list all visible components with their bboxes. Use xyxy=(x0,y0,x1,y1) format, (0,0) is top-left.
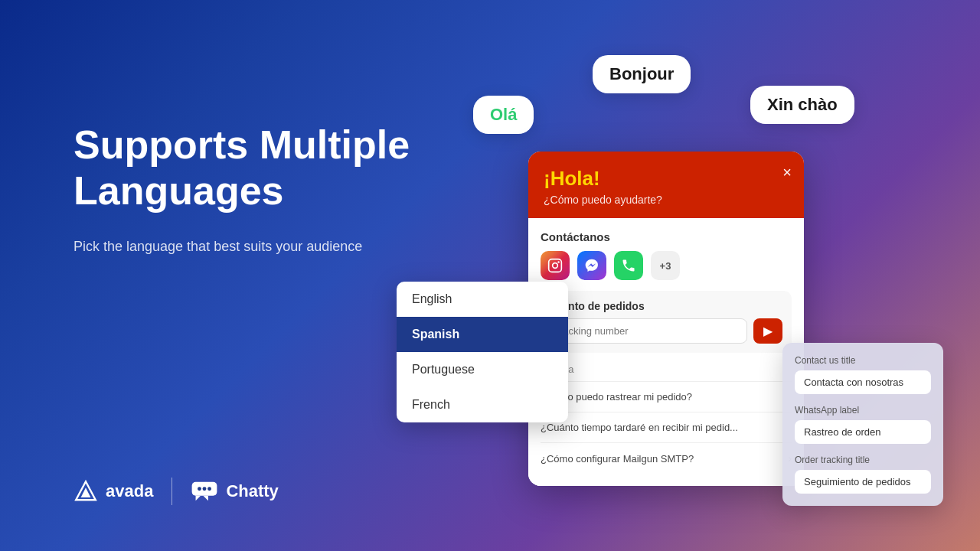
help-label: r ayuda xyxy=(541,364,792,375)
chat-widget: ¡Hola! ¿Cómo puedo ayudarte? × Contáctan… xyxy=(528,152,804,486)
setting-group-3: Order tracking title Seguimiento de pedi… xyxy=(795,455,931,494)
contact-title: Contáctanos xyxy=(541,230,792,243)
more-icon[interactable]: +3 xyxy=(651,251,680,280)
close-button[interactable]: × xyxy=(782,164,792,181)
setting-label-3: Order tracking title xyxy=(795,455,931,465)
setting-label-2: WhatsApp label xyxy=(795,405,931,416)
faq-item-2[interactable]: ¿Cuánto tiempo tardaré en recibir mi ped… xyxy=(541,412,792,442)
branding: avada Chatty xyxy=(74,478,279,505)
svg-point-8 xyxy=(557,261,560,263)
tracking-section: miento de pedidos ▶ xyxy=(541,291,792,353)
bubble-xinchao: Xin chào xyxy=(750,86,854,124)
messenger-icon[interactable] xyxy=(577,251,606,280)
instagram-icon[interactable] xyxy=(541,251,570,280)
setting-group-1: Contact us title Contacta con nosotras xyxy=(795,355,931,394)
tracking-input[interactable] xyxy=(550,318,747,344)
avada-icon xyxy=(74,479,98,504)
setting-value-2[interactable]: Rastreo de orden xyxy=(795,420,931,444)
chatty-label: Chatty xyxy=(226,481,278,501)
chat-header-sub: ¿Cómo puedo ayudarte? xyxy=(544,194,789,206)
avada-logo: avada xyxy=(74,479,153,504)
brand-divider xyxy=(172,478,172,505)
contact-section: Contáctanos xyxy=(541,230,792,280)
faq-text-3: ¿Cómo configurar Mailgun SMTP? xyxy=(541,453,694,465)
bubble-bonjour: Bonjour xyxy=(593,55,691,93)
svg-point-3 xyxy=(198,487,201,491)
chat-header: ¡Hola! ¿Cómo puedo ayudarte? × xyxy=(528,152,804,218)
lang-english[interactable]: English xyxy=(397,282,568,317)
phone-icon[interactable] xyxy=(614,251,643,280)
svg-point-4 xyxy=(203,487,207,491)
setting-label-1: Contact us title xyxy=(795,355,931,366)
setting-value-3[interactable]: Seguimiento de pedidos xyxy=(795,470,931,494)
avada-label: avada xyxy=(106,481,153,501)
language-dropdown: English Spanish Portuguese French xyxy=(397,282,568,422)
chatty-logo: Chatty xyxy=(191,481,278,502)
main-heading: Supports Multiple Languages xyxy=(74,122,441,214)
setting-value-1[interactable]: Contacta con nosotras xyxy=(795,370,931,394)
chatty-icon xyxy=(191,481,218,502)
tracking-input-row: ▶ xyxy=(550,318,782,344)
chat-body: Contáctanos xyxy=(528,218,804,486)
settings-panel: Contact us title Contacta con nosotras W… xyxy=(782,343,943,506)
svg-point-7 xyxy=(553,263,558,269)
lang-spanish[interactable]: Spanish xyxy=(397,317,568,352)
faq-item-3[interactable]: ¿Cómo configurar Mailgun SMTP? › xyxy=(541,442,792,474)
setting-group-2: WhatsApp label Rastreo de orden xyxy=(795,405,931,444)
svg-rect-6 xyxy=(549,259,562,272)
lang-portuguese[interactable]: Portuguese xyxy=(397,352,568,387)
svg-point-5 xyxy=(207,487,211,491)
bubble-ola: Olá xyxy=(473,96,534,134)
chat-header-title: ¡Hola! xyxy=(544,167,789,191)
faq-text-2: ¿Cuánto tiempo tardaré en recibir mi ped… xyxy=(541,422,738,433)
left-content: Supports Multiple Languages Pick the lan… xyxy=(74,122,441,257)
social-icons: +3 xyxy=(541,251,792,280)
tracking-button[interactable]: ▶ xyxy=(753,318,782,344)
sub-text: Pick the language that best suits your a… xyxy=(74,236,441,258)
tracking-title: miento de pedidos xyxy=(550,300,782,312)
lang-french[interactable]: French xyxy=(397,387,568,422)
faq-item-1[interactable]: ¿Cómo puedo rastrear mi pedido? xyxy=(541,381,792,412)
